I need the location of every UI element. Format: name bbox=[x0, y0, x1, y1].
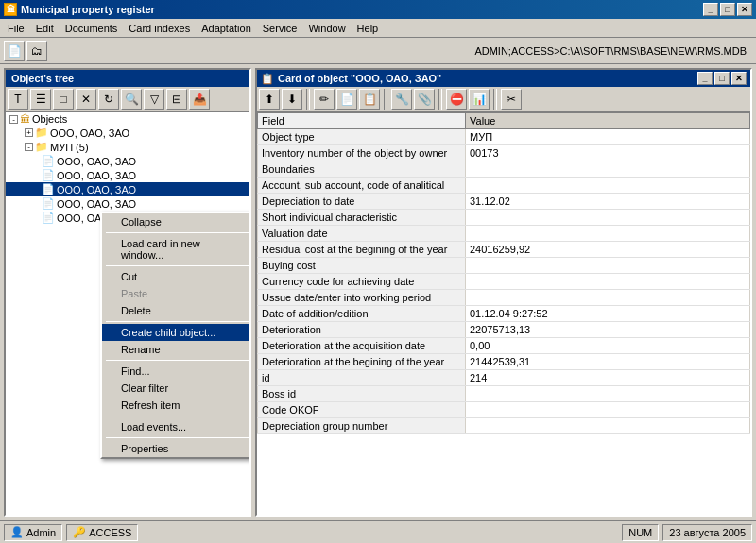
menu-card-indexes[interactable]: Card indexes bbox=[123, 21, 196, 36]
card-btn-extra[interactable]: ✂ bbox=[501, 89, 522, 110]
table-row[interactable]: Account, sub account, code of analitical bbox=[258, 178, 750, 194]
item5-label: ООО, ОАО, ЗАО bbox=[57, 184, 136, 195]
ctx-load-new-window[interactable]: Load card in new window... bbox=[102, 235, 249, 263]
table-row[interactable]: Code OKOF bbox=[258, 402, 750, 418]
value-cell bbox=[466, 210, 750, 226]
tree-toolbar: T ☰ □ ✕ ↻ 🔍 ▽ ⊟ 📤 bbox=[6, 87, 249, 112]
status-user-label: Admin bbox=[26, 527, 56, 538]
tree-btn-card[interactable]: □ bbox=[53, 89, 74, 110]
maximize-button[interactable]: □ bbox=[720, 3, 735, 16]
root-expand[interactable]: - bbox=[9, 115, 18, 124]
card-minimize[interactable]: _ bbox=[697, 72, 713, 85]
menu-window[interactable]: Window bbox=[302, 21, 351, 36]
table-row[interactable]: Buying cost bbox=[258, 258, 750, 274]
toolbar-btn-2[interactable]: 🗂 bbox=[26, 41, 47, 61]
table-row[interactable]: Date of addition/edition01.12.04 9:27:52 bbox=[258, 306, 750, 322]
root-icon: 🏛 bbox=[20, 113, 30, 125]
ctx-rename[interactable]: Rename bbox=[102, 341, 249, 358]
tree-item-3[interactable]: 📄 ООО, ОАО, ЗАО bbox=[6, 154, 249, 168]
status-bar: 👤 Admin 🔑 ACCESS NUM 23 августа 2005 bbox=[0, 520, 756, 543]
card-close[interactable]: ✕ bbox=[731, 72, 747, 85]
card-table-area[interactable]: Field Value Object typeМУПInventory numb… bbox=[257, 112, 750, 515]
toolbar-btn-1[interactable]: 📄 bbox=[4, 41, 25, 61]
card-maximize[interactable]: □ bbox=[714, 72, 730, 85]
tree-item-4[interactable]: 📄 ООО, ОАО, ЗАО bbox=[6, 168, 249, 182]
menu-edit[interactable]: Edit bbox=[30, 21, 60, 36]
value-cell: 00173 bbox=[466, 145, 750, 161]
tree-btn-export[interactable]: 📤 bbox=[189, 89, 210, 110]
table-row[interactable]: Ussue date/enter into working period bbox=[258, 290, 750, 306]
ctx-sep-6 bbox=[106, 437, 249, 438]
menu-file[interactable]: File bbox=[2, 21, 30, 36]
card-btn-report[interactable]: 📋 bbox=[359, 89, 380, 110]
item1-expand[interactable]: + bbox=[25, 128, 33, 137]
value-cell: 0,00 bbox=[466, 338, 750, 354]
menu-adaptation[interactable]: Adaptation bbox=[196, 21, 257, 36]
card-btn-attach[interactable]: 📎 bbox=[414, 89, 435, 110]
tree-btn-filter[interactable]: ▽ bbox=[144, 89, 164, 110]
table-row[interactable]: Deterioration at the begining of the yea… bbox=[258, 354, 750, 370]
table-row[interactable]: Boundaries bbox=[258, 161, 750, 178]
value-cell bbox=[466, 274, 750, 290]
ctx-cut[interactable]: Cut bbox=[102, 268, 249, 285]
card-btn-sort-asc[interactable]: ⬆ bbox=[259, 89, 280, 110]
status-num-label: NUM bbox=[628, 527, 652, 538]
ctx-clear-filter[interactable]: Clear filter bbox=[102, 380, 249, 397]
table-row[interactable]: Currency code for achieving date bbox=[258, 274, 750, 290]
tree-item-5-selected[interactable]: 📄 ООО, ОАО, ЗАО bbox=[6, 182, 249, 196]
minimize-button[interactable]: _ bbox=[703, 3, 718, 16]
table-row[interactable]: Valuation date bbox=[258, 226, 750, 242]
menu-documents[interactable]: Documents bbox=[60, 21, 124, 36]
tree-item-1[interactable]: + 📁 ООО, ОАО, ЗАО bbox=[6, 126, 249, 140]
tree-btn-new[interactable]: T bbox=[8, 89, 28, 110]
field-cell: Code OKOF bbox=[258, 402, 466, 418]
card-btn-tools[interactable]: 🔧 bbox=[391, 89, 412, 110]
ctx-load-events[interactable]: Load events... bbox=[102, 418, 249, 435]
field-cell: Boss id bbox=[258, 386, 466, 402]
item2-expand[interactable]: - bbox=[25, 143, 33, 151]
tree-btn-delete[interactable]: ✕ bbox=[76, 89, 96, 110]
tree-btn-search[interactable]: 🔍 bbox=[121, 89, 142, 110]
tree-area[interactable]: - 🏛 Objects + 📁 ООО, ОАО, ЗАО - 📁 МУП (5… bbox=[6, 112, 249, 515]
field-cell: Deterioration bbox=[258, 322, 466, 338]
app-title: Municipal property register bbox=[21, 4, 703, 15]
item1-label: ООО, ОАО, ЗАО bbox=[50, 127, 129, 139]
table-row[interactable]: id214 bbox=[258, 370, 750, 386]
item1-icon: 📁 bbox=[35, 127, 48, 139]
tree-btn-list[interactable]: ☰ bbox=[30, 89, 51, 110]
menu-help[interactable]: Help bbox=[352, 21, 385, 36]
tree-item-2[interactable]: - 📁 МУП (5) bbox=[6, 140, 249, 154]
table-row[interactable]: Residual cost at the begining of the yea… bbox=[258, 242, 750, 258]
ctx-collapse[interactable]: Collapse bbox=[102, 213, 249, 230]
table-row[interactable]: Object typeМУП bbox=[258, 129, 750, 145]
card-btn-sort-desc[interactable]: ⬇ bbox=[282, 89, 302, 110]
table-row[interactable]: Depreciation to date31.12.02 bbox=[258, 194, 750, 210]
ctx-refresh[interactable]: Refresh item bbox=[102, 397, 249, 414]
card-btn-doc[interactable]: 📄 bbox=[336, 89, 357, 110]
ctx-properties[interactable]: Properties bbox=[102, 440, 249, 457]
toolbar-sep-4 bbox=[493, 89, 497, 110]
card-btn-edit[interactable]: ✏ bbox=[314, 89, 335, 110]
table-row[interactable]: Depreciation group number bbox=[258, 418, 750, 434]
tree-btn-refresh[interactable]: ↻ bbox=[98, 89, 119, 110]
close-button[interactable]: ✕ bbox=[737, 3, 752, 16]
table-row[interactable]: Deterioration22075713,13 bbox=[258, 322, 750, 338]
field-cell: Depreciation to date bbox=[258, 194, 466, 210]
menu-service[interactable]: Service bbox=[257, 21, 303, 36]
tree-root[interactable]: - 🏛 Objects bbox=[6, 112, 249, 126]
table-row[interactable]: Short individual characteristic bbox=[258, 210, 750, 226]
value-cell bbox=[466, 258, 750, 274]
table-row[interactable]: Boss id bbox=[258, 386, 750, 402]
table-row[interactable]: Inventory number of the object by owner0… bbox=[258, 145, 750, 161]
ctx-delete[interactable]: Delete bbox=[102, 302, 249, 319]
card-btn-stop[interactable]: ⛔ bbox=[446, 89, 467, 110]
tree-item-6[interactable]: 📄 ООО, ОАО, ЗАО bbox=[6, 196, 249, 211]
field-cell: id bbox=[258, 370, 466, 386]
table-row[interactable]: Deterioration at the acquisition date0,0… bbox=[258, 338, 750, 354]
card-btn-table[interactable]: 📊 bbox=[469, 89, 490, 110]
window-controls[interactable]: _ □ ✕ bbox=[703, 3, 752, 16]
value-cell bbox=[466, 226, 750, 242]
ctx-create-child[interactable]: Create child object... bbox=[102, 324, 249, 341]
tree-btn-filter2[interactable]: ⊟ bbox=[166, 89, 187, 110]
ctx-find[interactable]: Find... bbox=[102, 363, 249, 380]
